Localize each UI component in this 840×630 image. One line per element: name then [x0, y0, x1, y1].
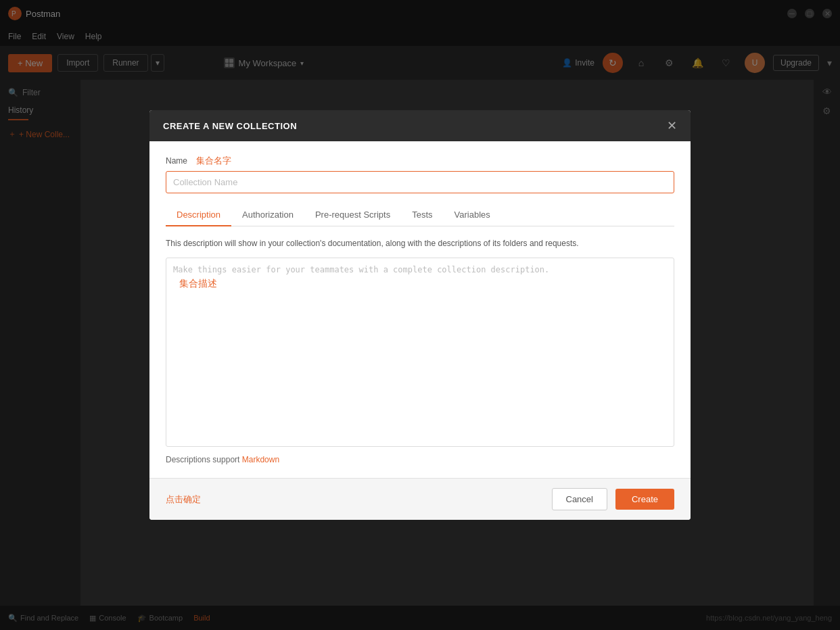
modal-tabs: Description Authorization Pre-request Sc… [166, 204, 674, 226]
modal-footer: 点击确定 Cancel Create [149, 478, 691, 520]
modal-header: CREATE A NEW COLLECTION ✕ [149, 110, 691, 141]
cancel-button[interactable]: Cancel [552, 488, 607, 510]
create-button[interactable]: Create [615, 489, 674, 510]
description-info: This description will show in your colle… [166, 237, 674, 249]
create-collection-modal: CREATE A NEW COLLECTION ✕ Name 集合名字 Desc… [149, 110, 691, 520]
modal-body: Name 集合名字 Description Authorization Pre-… [149, 141, 691, 478]
modal-title: CREATE A NEW COLLECTION [163, 121, 297, 131]
description-textarea[interactable] [166, 258, 674, 447]
markdown-link[interactable]: Markdown [242, 455, 279, 464]
markdown-note-text: Descriptions support [166, 455, 242, 464]
name-label: Name 集合名字 [166, 155, 674, 167]
collection-name-input[interactable] [166, 171, 674, 193]
name-label-text: Name [166, 156, 187, 166]
markdown-note: Descriptions support Markdown [166, 455, 674, 464]
tab-authorization[interactable]: Authorization [231, 204, 304, 226]
textarea-wrapper: 集合描述 [166, 258, 674, 450]
tab-variables[interactable]: Variables [444, 204, 501, 226]
modal-close-button[interactable]: ✕ [667, 120, 677, 132]
tab-description[interactable]: Description [166, 204, 231, 226]
tab-tests[interactable]: Tests [401, 204, 443, 226]
name-annotation: 集合名字 [196, 155, 231, 166]
footer-annotation: 点击确定 [166, 493, 201, 506]
tab-pre-request-scripts[interactable]: Pre-request Scripts [304, 204, 401, 226]
